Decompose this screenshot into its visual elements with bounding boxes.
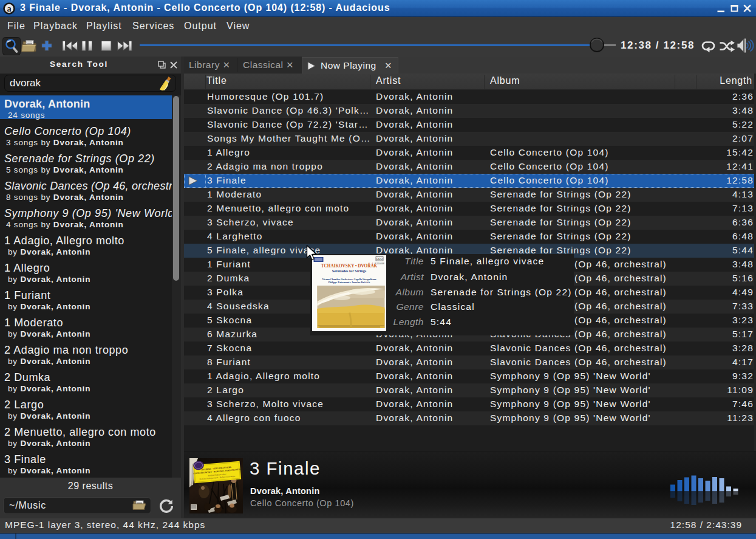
svg-text:Serenades for Strings: Serenades for Strings bbox=[332, 269, 367, 273]
svg-text:a: a bbox=[7, 4, 12, 13]
svg-text:12:38 / 12:58: 12:38 / 12:58 bbox=[621, 39, 695, 51]
svg-text:TCHAIKOVSKY • DVOŘÁK: TCHAIKOVSKY • DVOŘÁK bbox=[321, 263, 378, 269]
svg-text:Philippe Entremont • Jaroslav: Philippe Entremont • Jaroslav Krčeček bbox=[329, 281, 370, 284]
svg-text:DDD: DDD bbox=[376, 258, 383, 261]
svg-text:Vienna Chamber Orchestra • Cap: Vienna Chamber Orchestra • Capella Istro… bbox=[322, 278, 376, 281]
